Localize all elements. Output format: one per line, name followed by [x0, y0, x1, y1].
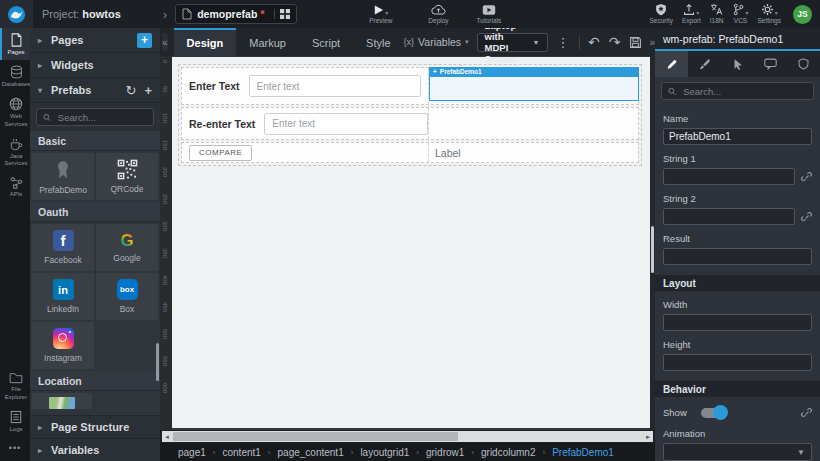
property-search-input[interactable]: [681, 85, 807, 98]
tab-design[interactable]: Design: [174, 28, 237, 56]
bind-property-icon[interactable]: [801, 407, 812, 418]
section-variables[interactable]: ▸ Variables: [30, 438, 160, 461]
tutorials-button[interactable]: Tutorials: [477, 3, 502, 25]
show-toggle[interactable]: [701, 408, 726, 418]
scrollbar-thumb[interactable]: [651, 226, 654, 273]
device-selector[interactable]: Laptop with MDPI Screen ▼: [477, 33, 548, 52]
scroll-right-arrow[interactable]: ▸: [643, 431, 653, 442]
prefab-tile-instagram[interactable]: Instagram: [32, 322, 94, 369]
more-options-button[interactable]: ⋮: [557, 35, 570, 50]
add-page-button[interactable]: +: [137, 33, 152, 48]
breadcrumb-item[interactable]: content1: [222, 447, 260, 458]
grid-cell[interactable]: [429, 108, 638, 139]
breadcrumb-item[interactable]: page_content1: [278, 447, 344, 458]
width-input[interactable]: [663, 314, 812, 331]
grid-cell[interactable]: Re-enter Text: [182, 108, 429, 139]
section-page-structure[interactable]: ▸ Page Structure: [30, 415, 160, 438]
tab-script[interactable]: Script: [299, 28, 353, 56]
height-input[interactable]: [663, 354, 812, 371]
reenter-text-input[interactable]: [264, 113, 428, 135]
prefab-tile-linkedin[interactable]: in LinkedIn: [32, 273, 94, 320]
tab-styles[interactable]: [688, 51, 721, 77]
tab-security[interactable]: [787, 51, 820, 77]
grid-cell[interactable]: + PrefabDemo1: [429, 68, 638, 104]
rail-item-web-services[interactable]: Web Services: [0, 92, 30, 131]
prefab-tile-google[interactable]: G Google: [96, 224, 158, 271]
cursor-click-icon: [732, 58, 744, 71]
app-logo[interactable]: [0, 0, 33, 28]
variables-button[interactable]: {x} Variables ▾: [404, 36, 469, 48]
refresh-prefabs-button[interactable]: ↻: [126, 83, 137, 98]
undo-button[interactable]: ↶: [588, 34, 600, 50]
compare-button[interactable]: COMPARE: [189, 145, 252, 161]
section-widgets[interactable]: ▸ Widgets: [30, 53, 160, 78]
tab-markup[interactable]: Markup: [236, 28, 299, 56]
breadcrumb-item[interactable]: gridrow1: [426, 447, 464, 458]
layout-grid[interactable]: Enter Text + PrefabDemo1: [178, 64, 642, 166]
bind-property-icon[interactable]: [801, 211, 812, 222]
folder-icon: [9, 372, 23, 384]
collapse-right-panel-button[interactable]: »: [649, 37, 655, 48]
field-label: Re-enter Text: [189, 118, 255, 130]
grid-row-1[interactable]: Enter Text + PrefabDemo1: [181, 67, 639, 105]
rail-more-button[interactable]: •••: [0, 437, 30, 461]
animation-select[interactable]: ▼: [663, 443, 812, 461]
rail-item-file-explorer[interactable]: File Explorer: [0, 367, 30, 404]
redo-button[interactable]: ↷: [609, 34, 621, 50]
page-canvas[interactable]: Enter Text + PrefabDemo1: [172, 57, 650, 428]
user-avatar[interactable]: JS: [793, 5, 812, 24]
string1-input[interactable]: [663, 168, 795, 185]
wavemaker-studio: Project: howtos › demoprefab * ▾ Preview…: [0, 0, 820, 461]
grid-row-3[interactable]: COMPARE Label: [181, 142, 639, 163]
breadcrumb-item[interactable]: layoutgrid1: [360, 447, 409, 458]
collapse-left-panel-button[interactable]: «: [162, 33, 168, 51]
breadcrumb-item[interactable]: page1: [178, 447, 206, 458]
prefab-tile-prefabdemo[interactable]: PrefabDemo: [32, 153, 94, 200]
tab-properties[interactable]: [655, 51, 688, 77]
prefab-tile-facebook[interactable]: f Facebook: [32, 224, 94, 271]
rail-item-databases[interactable]: Databases: [0, 60, 30, 92]
security-button[interactable]: Security: [649, 3, 672, 25]
current-page-selector[interactable]: demoprefab *: [175, 4, 297, 24]
string2-input[interactable]: [663, 208, 795, 225]
explorer-scrollbar[interactable]: [156, 343, 159, 381]
grid-row-2[interactable]: Re-enter Text: [181, 107, 639, 140]
export-button[interactable]: ▾ Export: [682, 3, 701, 25]
enter-text-input[interactable]: [249, 75, 421, 97]
rail-item-logs[interactable]: Logs: [0, 405, 30, 437]
page-grid-icon[interactable]: [274, 9, 290, 19]
section-pages[interactable]: ▸ Pages +: [30, 28, 160, 53]
selected-prefab-widget[interactable]: + PrefabDemo1: [429, 67, 639, 101]
label-widget[interactable]: Label: [429, 147, 461, 159]
save-button[interactable]: [629, 36, 642, 49]
grid-cell[interactable]: Label: [429, 143, 638, 162]
rail-item-java-services[interactable]: Java Services: [0, 132, 30, 171]
rail-item-apis[interactable]: APIs: [0, 171, 30, 202]
tab-style[interactable]: Style: [353, 28, 403, 56]
prefab-search-input[interactable]: [56, 111, 147, 124]
scrollbar-thumb[interactable]: [173, 432, 458, 441]
grid-cell[interactable]: COMPARE: [182, 143, 429, 162]
canvas-horizontal-scrollbar[interactable]: ◂ ▸: [160, 430, 655, 443]
tab-dialogs[interactable]: [754, 51, 787, 77]
result-input[interactable]: [663, 248, 812, 265]
deploy-button[interactable]: Deploy: [428, 3, 448, 25]
preview-button[interactable]: ▾ Preview: [369, 3, 392, 25]
settings-button[interactable]: ▾ Settings: [758, 3, 782, 25]
tab-events[interactable]: [721, 51, 754, 77]
prefab-tile-qrcode[interactable]: QRCode: [96, 153, 158, 200]
prefab-tile-box[interactable]: box Box: [96, 273, 158, 320]
widget-selection-header[interactable]: + PrefabDemo1: [430, 68, 638, 77]
prefab-tile-map[interactable]: [32, 393, 92, 409]
bind-property-icon[interactable]: [801, 171, 812, 182]
section-prefabs[interactable]: ▾ Prefabs ↻ +: [30, 78, 160, 103]
vcs-button[interactable]: ▾ VCS: [732, 3, 748, 25]
i18n-button[interactable]: I18N: [710, 3, 724, 25]
name-input[interactable]: [663, 128, 812, 145]
breadcrumb-item[interactable]: gridcolumn2: [481, 447, 535, 458]
rail-item-pages[interactable]: Pages: [0, 28, 30, 60]
breadcrumb-item-active[interactable]: PrefabDemo1: [552, 447, 614, 458]
add-prefab-button[interactable]: +: [144, 83, 152, 98]
grid-cell[interactable]: Enter Text: [182, 68, 429, 104]
scroll-left-arrow[interactable]: ◂: [162, 431, 172, 442]
